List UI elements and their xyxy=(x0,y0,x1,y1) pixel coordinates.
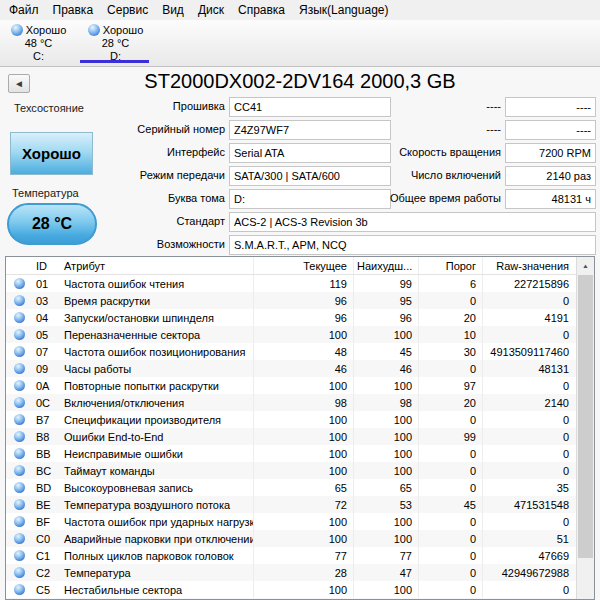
table-row[interactable]: C2Температура2847042949672988 xyxy=(6,564,577,581)
attribute-worst: 45 xyxy=(354,343,419,360)
table-row[interactable]: 04Запуски/остановки шпинделя9696204191 xyxy=(6,309,577,326)
table-row[interactable]: C0Аварийные парковки при отключении пи..… xyxy=(6,530,577,547)
field-label-left-0: Прошивка xyxy=(60,100,225,112)
table-row[interactable]: B8Ошибки End-to-End100100990 xyxy=(6,428,577,445)
attribute-raw: 0 xyxy=(483,326,575,343)
attribute-health-orb-icon xyxy=(14,584,25,595)
smart-table-body: 01Частота ошибок чтения11999622721589603… xyxy=(6,275,577,599)
attribute-health-orb-icon xyxy=(14,295,25,306)
tab-drive-letter: C: xyxy=(0,50,77,63)
attribute-threshold: 0 xyxy=(419,462,483,479)
tab-status-row: Хорошо xyxy=(0,23,77,37)
drive-tab-D[interactable]: Хорошо28 °CD: xyxy=(77,20,154,66)
row-status-cell xyxy=(6,445,33,462)
table-row[interactable]: 09Часы работы4646048131 xyxy=(6,360,577,377)
row-status-cell xyxy=(6,360,33,377)
header-icon-column xyxy=(6,257,33,274)
table-row[interactable]: BFЧастота ошибок при ударных нагрузках10… xyxy=(6,513,577,530)
attribute-worst: 100 xyxy=(354,513,419,530)
attribute-raw: 227215896 xyxy=(483,275,575,292)
attribute-name: Нестабильные сектора xyxy=(61,581,254,598)
attribute-current: 98 xyxy=(254,394,354,411)
tab-drive-letter: D: xyxy=(77,50,154,63)
scrollbar-thumb[interactable] xyxy=(578,275,593,558)
row-status-cell xyxy=(6,343,33,360)
attribute-current: 46 xyxy=(254,360,354,377)
table-row[interactable]: 05Переназначенные сектора100100100 xyxy=(6,326,577,343)
attribute-threshold: 10 xyxy=(419,326,483,343)
health-orb-icon xyxy=(11,24,23,36)
table-row[interactable]: BEТемпература воздушного потока725345471… xyxy=(6,496,577,513)
scrollbar-up-icon[interactable]: ▲ xyxy=(577,258,594,272)
attribute-worst: 95 xyxy=(354,292,419,309)
attribute-id: B8 xyxy=(33,428,61,445)
table-row[interactable]: 0AПовторные попытки раскрутки100100970 xyxy=(6,377,577,394)
attribute-threshold: 20 xyxy=(419,394,483,411)
attribute-id: BB xyxy=(33,445,61,462)
attribute-threshold: 0 xyxy=(419,292,483,309)
attribute-id: 05 xyxy=(33,326,61,343)
row-status-cell xyxy=(6,547,33,564)
table-row[interactable]: C5Нестабильные сектора10010000 xyxy=(6,581,577,598)
attribute-threshold: 0 xyxy=(419,581,483,598)
attribute-id: 0C xyxy=(33,394,61,411)
attribute-id: BF xyxy=(33,513,61,530)
menu-item-6[interactable]: Язык(Language) xyxy=(292,1,395,19)
attribute-name: Переназначенные сектора xyxy=(61,326,254,343)
attribute-name: Часы работы xyxy=(61,360,254,377)
attribute-id: BD xyxy=(33,479,61,496)
field-label-right-0: ---- xyxy=(300,100,501,112)
attribute-health-orb-icon xyxy=(14,465,25,476)
menu-item-5[interactable]: Справка xyxy=(231,1,292,19)
row-status-cell xyxy=(6,462,33,479)
menu-item-4[interactable]: Диск xyxy=(191,1,231,19)
attribute-current: 100 xyxy=(254,326,354,343)
attribute-raw: 42949672988 xyxy=(483,564,575,581)
field-label-right-4: Общее время работы xyxy=(300,192,501,204)
attribute-raw: 0 xyxy=(483,445,575,462)
attribute-current: 100 xyxy=(254,428,354,445)
menu-item-3[interactable]: Вид xyxy=(155,1,191,19)
field-label-left-1: Серийный номер xyxy=(60,123,225,135)
table-row[interactable]: B7Спецификации производителя10010000 xyxy=(6,411,577,428)
attribute-threshold: 0 xyxy=(419,479,483,496)
row-status-cell xyxy=(6,564,33,581)
attribute-raw: 0 xyxy=(483,462,575,479)
back-button[interactable]: ◄ xyxy=(8,74,30,93)
table-row[interactable]: C1Полных циклов парковок головок77770476… xyxy=(6,547,577,564)
attribute-health-orb-icon xyxy=(14,448,25,459)
menu-item-0[interactable]: Файл xyxy=(2,1,46,19)
drive-tab-C[interactable]: Хорошо48 °CC: xyxy=(0,20,77,66)
table-row[interactable]: BBНеисправимые ошибки10010000 xyxy=(6,445,577,462)
header-3: Наихудш... xyxy=(354,257,419,274)
table-row[interactable]: BCТаймаут команды10010000 xyxy=(6,462,577,479)
table-scrollbar[interactable]: ▲ xyxy=(576,257,594,599)
menu-item-2[interactable]: Сервис xyxy=(100,1,155,19)
field-value-right-1: ---- xyxy=(505,120,596,140)
table-row[interactable]: 03Время раскрутки969500 xyxy=(6,292,577,309)
field-value-left-5: ACS-2 | ACS-3 Revision 3b xyxy=(229,212,596,232)
field-label-left-5: Стандарт xyxy=(60,215,225,227)
table-row-partial[interactable] xyxy=(6,598,577,599)
attribute-worst: 100 xyxy=(354,462,419,479)
header-1: Атрибут xyxy=(61,257,254,274)
table-row[interactable]: 01Частота ошибок чтения119996227215896 xyxy=(6,275,577,292)
menu-item-1[interactable]: Правка xyxy=(46,1,101,19)
attribute-worst: 99 xyxy=(354,275,419,292)
row-status-cell xyxy=(6,326,33,343)
attribute-name: Полных циклов парковок головок xyxy=(61,547,254,564)
attribute-current: 119 xyxy=(254,275,354,292)
attribute-threshold: 0 xyxy=(419,547,483,564)
row-status-cell xyxy=(6,292,33,309)
attribute-raw: 0 xyxy=(483,581,575,598)
attribute-current: 100 xyxy=(254,581,354,598)
attribute-worst: 100 xyxy=(354,326,419,343)
menu-bar: ФайлПравкаСервисВидДискСправкаЯзык(Langu… xyxy=(0,0,600,20)
table-row[interactable]: 07Частота ошибок позиционирования4845304… xyxy=(6,343,577,360)
table-row[interactable]: BDВысокоуровневая запись6565035 xyxy=(6,479,577,496)
attribute-id: C5 xyxy=(33,581,61,598)
attribute-id: 03 xyxy=(33,292,61,309)
table-row[interactable]: 0CВключения/отключения9898202140 xyxy=(6,394,577,411)
attribute-threshold: 0 xyxy=(419,513,483,530)
row-status-cell xyxy=(6,496,33,513)
